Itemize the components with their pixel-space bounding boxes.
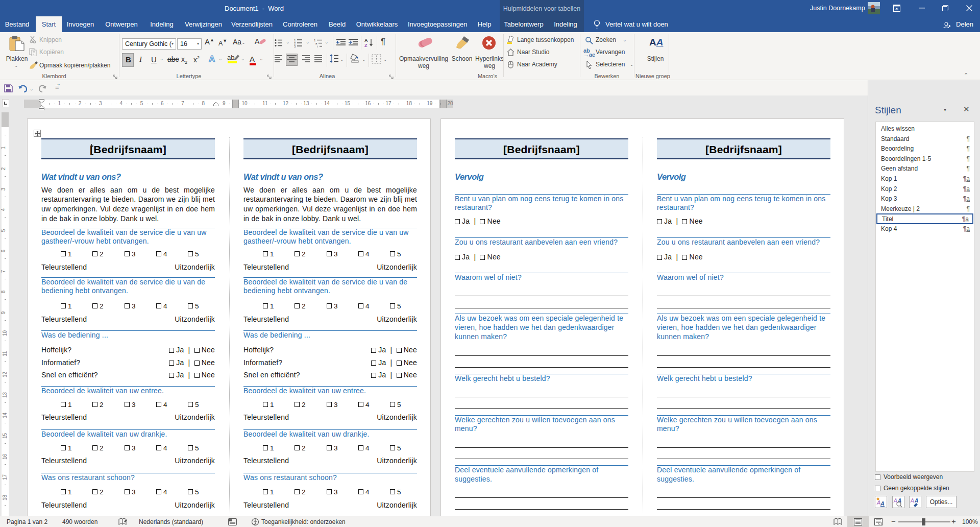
svg-text:A: A [880,500,885,507]
svg-text:A: A [914,498,918,504]
svg-text:Z: Z [364,43,368,47]
svg-text:A: A [364,38,368,43]
svg-text:A: A [910,498,914,504]
svg-text:3: 3 [294,45,296,48]
svg-text:A: A [897,498,901,504]
svg-text:i: i [317,45,317,47]
svg-text:A: A [893,498,897,504]
